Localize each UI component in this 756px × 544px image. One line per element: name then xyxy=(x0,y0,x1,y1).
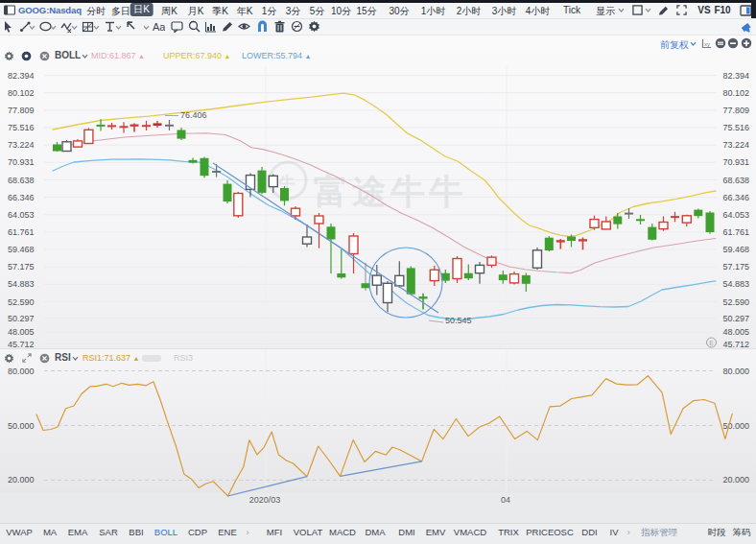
svg-text:61.761: 61.761 xyxy=(722,227,749,237)
svg-text:59.468: 59.468 xyxy=(8,245,35,254)
svg-text:77.809: 77.809 xyxy=(722,106,749,115)
svg-text:20.000: 20.000 xyxy=(8,475,35,485)
svg-text:E: E xyxy=(709,340,714,346)
svg-text:54.883: 54.883 xyxy=(722,279,749,289)
svg-text:76.406: 76.406 xyxy=(180,110,207,120)
svg-text:45.712: 45.712 xyxy=(722,340,749,349)
svg-text:57.175: 57.175 xyxy=(722,262,749,272)
svg-text:64.053: 64.053 xyxy=(8,210,35,220)
svg-text:68.638: 68.638 xyxy=(722,176,749,185)
svg-text:66.346: 66.346 xyxy=(722,193,749,202)
svg-text:xy: xy xyxy=(704,41,710,47)
svg-text:50.297: 50.297 xyxy=(8,314,35,323)
svg-text:66.346: 66.346 xyxy=(8,193,35,202)
svg-text:80.000: 80.000 xyxy=(8,367,35,376)
svg-text:50.297: 50.297 xyxy=(722,314,749,323)
svg-text:52.590: 52.590 xyxy=(722,297,749,307)
svg-text:80.000: 80.000 xyxy=(722,367,749,376)
svg-text:82.394: 82.394 xyxy=(722,71,749,81)
svg-text:80.102: 80.102 xyxy=(8,88,35,98)
svg-text:48.005: 48.005 xyxy=(8,327,35,337)
svg-text:70.931: 70.931 xyxy=(722,157,749,167)
svg-text:50.000: 50.000 xyxy=(722,421,749,431)
svg-text:48.005: 48.005 xyxy=(722,327,749,337)
svg-text:75.516: 75.516 xyxy=(8,123,35,132)
svg-text:2020/03: 2020/03 xyxy=(249,495,281,505)
svg-text:61.761: 61.761 xyxy=(8,227,35,237)
svg-text:64.053: 64.053 xyxy=(722,210,749,220)
svg-text:77.809: 77.809 xyxy=(8,106,35,115)
svg-text:54.883: 54.883 xyxy=(8,279,35,289)
svg-text:73.224: 73.224 xyxy=(8,140,35,150)
svg-text:45.712: 45.712 xyxy=(8,340,35,349)
svg-text:73.224: 73.224 xyxy=(722,140,749,150)
svg-text:57.175: 57.175 xyxy=(8,262,35,272)
svg-text:04: 04 xyxy=(501,495,510,505)
svg-text:52.590: 52.590 xyxy=(8,297,35,307)
svg-text:50.545: 50.545 xyxy=(445,316,472,325)
svg-text:68.638: 68.638 xyxy=(8,176,35,185)
svg-text:80.102: 80.102 xyxy=(722,88,749,98)
svg-text:50.000: 50.000 xyxy=(8,421,35,431)
svg-text:82.394: 82.394 xyxy=(8,71,35,81)
svg-text:59.468: 59.468 xyxy=(722,245,749,254)
svg-text:富途牛牛: 富途牛牛 xyxy=(314,172,467,211)
svg-text:75.516: 75.516 xyxy=(722,123,749,132)
svg-text:20.000: 20.000 xyxy=(722,475,749,485)
svg-text:70.931: 70.931 xyxy=(8,157,35,167)
svg-text:Aa: Aa xyxy=(153,21,165,33)
